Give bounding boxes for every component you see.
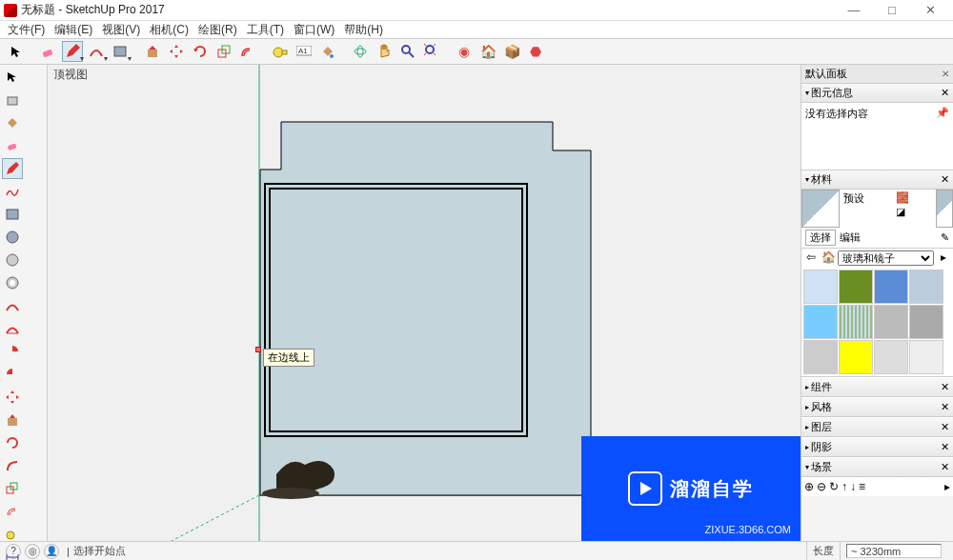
material-swatch[interactable]	[839, 270, 873, 304]
material-swatch[interactable]	[839, 340, 873, 374]
lt-freehand-icon[interactable]	[2, 181, 23, 202]
lt-move2-icon[interactable]	[2, 387, 23, 408]
materials-home-icon[interactable]: 🏠	[821, 250, 836, 266]
lt-arc2-icon[interactable]	[2, 318, 23, 339]
lt-dim-icon[interactable]	[2, 547, 23, 560]
material-swatch[interactable]	[874, 305, 908, 339]
scene-update-icon[interactable]: ↻	[829, 480, 839, 493]
3dwarehouse-icon[interactable]: 📦	[501, 41, 522, 62]
maximize-button[interactable]: □	[873, 0, 911, 21]
lt-pie-icon[interactable]	[2, 341, 23, 362]
lt-scale-icon[interactable]	[2, 478, 23, 499]
materials-tab-edit[interactable]: 编辑	[840, 230, 861, 245]
move-tool-icon[interactable]	[166, 41, 187, 62]
length-input[interactable]: ~ 3230mm	[846, 544, 942, 558]
menu-window[interactable]: 窗口(W)	[290, 22, 338, 38]
section-tool-icon[interactable]: ◉	[454, 41, 475, 62]
pan-tool-icon[interactable]	[374, 41, 395, 62]
material-swatch[interactable]	[803, 270, 838, 304]
scene-menu-icon[interactable]: ≡	[859, 480, 865, 493]
material-create-icon[interactable]: 🧱	[896, 191, 909, 204]
offset-tool-icon[interactable]	[237, 41, 258, 62]
materials-detail-icon[interactable]: ▸	[936, 250, 951, 266]
pin-icon[interactable]: ✕	[942, 69, 949, 79]
lt-pushpull-icon[interactable]	[2, 410, 23, 430]
material-swatch[interactable]	[909, 270, 943, 304]
scale-tool-icon[interactable]	[213, 41, 234, 62]
eyedropper-icon[interactable]: ✎	[941, 231, 949, 244]
tape-tool-icon[interactable]	[270, 41, 291, 62]
lt-arc-icon[interactable]	[2, 295, 23, 316]
lt-polygon2-icon[interactable]	[2, 272, 23, 293]
pencil-tool-icon[interactable]: ▾	[62, 41, 83, 62]
entity-empty-text: 没有选择内容	[805, 108, 868, 119]
rect-tool-icon[interactable]: ▾	[110, 41, 131, 62]
scenes-header[interactable]: ▾场景✕	[801, 457, 953, 477]
entity-info-header[interactable]: ▾图元信息 ✕	[801, 84, 953, 103]
lt-select-icon[interactable]	[2, 67, 23, 88]
lt-offset-icon[interactable]	[2, 501, 23, 522]
text-tool-icon[interactable]: A1	[294, 41, 314, 62]
lt-pie2-icon[interactable]	[2, 364, 23, 385]
material-default-icon[interactable]: ◪	[896, 206, 909, 218]
orbit-tool-icon[interactable]	[350, 41, 371, 62]
material-swatch[interactable]	[803, 340, 838, 374]
walk-tool-icon[interactable]: 🏠	[477, 41, 498, 62]
material-swatch[interactable]	[839, 305, 873, 339]
menu-edit[interactable]: 编辑(E)	[51, 22, 96, 38]
material-current-swatch[interactable]	[801, 190, 840, 228]
materials-tab-select[interactable]: 选择	[805, 230, 836, 246]
svg-point-26	[7, 531, 14, 539]
menu-file[interactable]: 文件(F)	[4, 22, 49, 38]
lt-component-icon[interactable]	[2, 90, 23, 110]
material-swatch[interactable]	[874, 340, 908, 374]
scene-up-icon[interactable]: ↑	[841, 480, 847, 493]
material-swatch[interactable]	[874, 270, 908, 304]
material-secondary-swatch[interactable]	[936, 190, 953, 228]
default-tray-header[interactable]: 默认面板 ✕	[801, 65, 953, 84]
scene-detail-icon[interactable]: ▸	[944, 480, 950, 493]
paint-tool-icon[interactable]	[317, 41, 338, 62]
lt-pencil-icon[interactable]	[2, 158, 23, 179]
close-button[interactable]: ✕	[911, 0, 949, 21]
scene-remove-icon[interactable]: ⊖	[817, 480, 826, 493]
material-swatch[interactable]	[803, 305, 838, 339]
arc-tool-icon[interactable]: ▾	[86, 41, 107, 62]
lt-polygon-icon[interactable]	[2, 250, 23, 270]
menu-help[interactable]: 帮助(H)	[340, 22, 387, 38]
user-icon[interactable]: 👤	[44, 544, 59, 559]
lt-tape-icon[interactable]	[2, 524, 23, 545]
lt-eraser-icon[interactable]	[2, 135, 23, 156]
components-header[interactable]: ▸组件✕	[801, 377, 953, 397]
lt-rotate-icon[interactable]	[2, 432, 23, 453]
extension-icon[interactable]: ⬣	[525, 41, 546, 62]
materials-category-select[interactable]: 玻璃和镜子	[838, 250, 934, 266]
geo-icon[interactable]: ◎	[25, 544, 40, 559]
rotate-tool-icon[interactable]	[190, 41, 211, 62]
lt-rect-icon[interactable]	[2, 204, 23, 225]
materials-back-icon[interactable]: ⇦	[803, 250, 819, 266]
zoom-tool-icon[interactable]	[397, 41, 418, 62]
layers-header[interactable]: ▸图层✕	[801, 417, 953, 437]
scene-add-icon[interactable]: ⊕	[804, 480, 814, 493]
pushpull-tool-icon[interactable]	[142, 41, 163, 62]
lt-follow-icon[interactable]	[2, 455, 23, 476]
entity-pin-icon[interactable]: 📌	[936, 107, 949, 119]
viewport[interactable]: 顶视图 在边线上 溜溜自学 ZIXUE.3D66.COM	[48, 65, 801, 541]
material-swatch[interactable]	[909, 340, 943, 374]
material-swatch[interactable]	[909, 305, 943, 339]
menu-draw[interactable]: 绘图(R)	[194, 22, 241, 38]
shadows-header[interactable]: ▸阴影✕	[801, 437, 953, 457]
lt-paint-icon[interactable]	[2, 112, 23, 133]
styles-header[interactable]: ▸风格✕	[801, 397, 953, 417]
select-tool-icon[interactable]	[6, 41, 27, 62]
minimize-button[interactable]: —	[835, 0, 873, 21]
menu-view[interactable]: 视图(V)	[98, 22, 144, 38]
eraser-tool-icon[interactable]	[38, 41, 59, 62]
menu-camera[interactable]: 相机(C)	[146, 22, 193, 38]
zoomext-tool-icon[interactable]	[421, 41, 442, 62]
scene-down-icon[interactable]: ↓	[850, 480, 856, 493]
menu-tools[interactable]: 工具(T)	[243, 22, 288, 38]
lt-circle-icon[interactable]	[2, 227, 23, 248]
materials-header[interactable]: ▾材料 ✕	[801, 170, 953, 190]
